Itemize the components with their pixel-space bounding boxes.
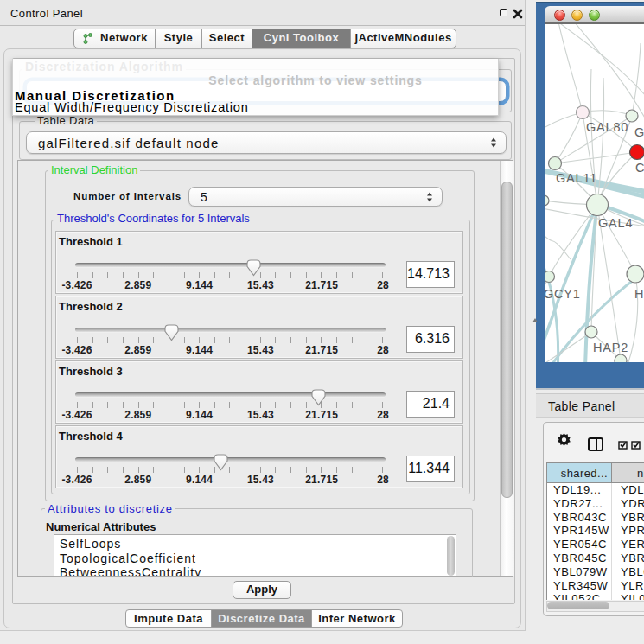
svg-text:GAL4: GAL4 [598, 216, 633, 230]
svg-text:GCY1: GCY1 [545, 287, 581, 301]
svg-text:GAL11: GAL11 [556, 171, 597, 185]
svg-text:GA: GA [634, 125, 644, 139]
svg-text:HAP2: HAP2 [593, 341, 628, 354]
svg-text:C: C [635, 161, 644, 175]
svg-text:GAL80: GAL80 [586, 120, 628, 134]
svg-text:H: H [634, 287, 644, 301]
